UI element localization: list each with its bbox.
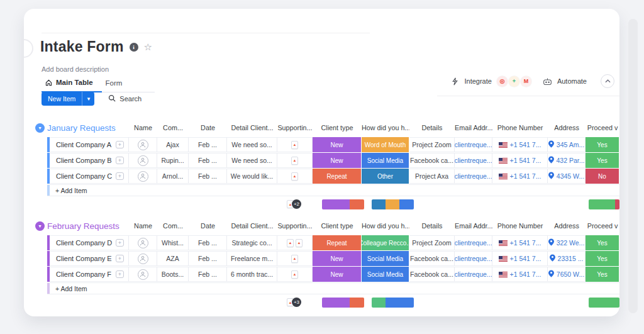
item-name-cell[interactable]: Client Company E + [50, 251, 129, 266]
person-cell[interactable] [129, 153, 157, 168]
proceed-status[interactable]: Yes [586, 267, 619, 282]
column-header-client-type[interactable]: Client type [313, 124, 362, 131]
phone-cell[interactable]: +1 541 7... [492, 267, 548, 282]
add-conversation-icon[interactable]: + [116, 239, 124, 247]
column-header-how[interactable]: How did you h... [362, 222, 409, 230]
column-header-client-type[interactable]: Client type [313, 222, 362, 230]
item-name-cell[interactable]: Client Company D + [50, 235, 129, 250]
company-cell[interactable]: Ajax [157, 137, 189, 152]
column-header-proceed[interactable]: Proceed v [586, 222, 619, 230]
column-header-name[interactable]: Name [129, 222, 157, 230]
address-cell[interactable]: 432 Par... [548, 153, 586, 168]
column-header-phone[interactable]: Phone Number [492, 222, 548, 230]
company-cell[interactable]: Rupin... [157, 153, 189, 168]
details-cell[interactable]: Project Axa [409, 169, 455, 184]
how-heard-status[interactable]: Other [362, 169, 409, 184]
files-cell[interactable] [277, 267, 313, 282]
file-icon[interactable] [291, 255, 298, 263]
phone-cell[interactable]: +1 541 7... [492, 235, 548, 250]
page-scrollbar[interactable] [628, 19, 638, 313]
company-cell[interactable]: Boots... [157, 267, 189, 282]
detail-cell[interactable]: 6 month trac... [227, 267, 277, 282]
column-header-date[interactable]: Date [189, 222, 227, 230]
column-header-details[interactable]: Details [409, 124, 455, 131]
add-conversation-icon[interactable]: + [116, 141, 124, 148]
details-cell[interactable]: Project Zoom [409, 235, 455, 250]
column-header-how[interactable]: How did you h... [362, 124, 409, 131]
phone-cell[interactable]: +1 541 7... [492, 153, 548, 168]
group-title[interactable]: February Requests [47, 221, 119, 231]
item-name-cell[interactable]: Client Company A + [50, 137, 129, 152]
add-conversation-icon[interactable]: + [116, 270, 124, 278]
proceed-status[interactable]: Yes [586, 251, 619, 266]
group-title[interactable]: January Requests [47, 123, 116, 133]
files-cell[interactable] [277, 137, 313, 152]
details-cell[interactable]: Facebook ca... [409, 153, 455, 168]
email-cell[interactable]: clientreque... [455, 153, 492, 168]
file-icon[interactable] [291, 157, 298, 165]
date-cell[interactable]: Feb ... [189, 267, 227, 282]
integrate-button[interactable]: Integrate [464, 77, 491, 85]
how-heard-status[interactable]: Social Media [362, 153, 409, 168]
item-name-cell[interactable]: Client Company B + [50, 153, 129, 168]
client-type-status[interactable]: Repeat [313, 235, 362, 250]
star-icon[interactable]: ☆ [144, 42, 152, 52]
proceed-status[interactable]: No [586, 169, 619, 184]
file-icon[interactable] [291, 141, 298, 149]
details-cell[interactable]: Facebook ca... [409, 267, 455, 282]
date-cell[interactable]: Feb ... [189, 137, 227, 152]
how-heard-status[interactable]: Colleague Recco... [362, 235, 409, 250]
phone-cell[interactable]: +1 541 7... [492, 169, 548, 184]
date-cell[interactable]: Feb ... [189, 153, 227, 168]
client-type-status[interactable]: New [313, 267, 362, 282]
add-conversation-icon[interactable]: + [116, 157, 124, 164]
person-cell[interactable] [129, 137, 157, 152]
info-icon[interactable]: i [130, 43, 138, 52]
column-header-phone[interactable]: Phone Number [492, 124, 548, 131]
column-header-detail[interactable]: Detail Client... [227, 222, 277, 230]
column-header-date[interactable]: Date [189, 124, 227, 131]
phone-cell[interactable]: +1 541 7... [492, 137, 548, 152]
group-collapse-icon[interactable]: ▼ [35, 123, 45, 133]
file-icon[interactable] [291, 270, 298, 279]
company-cell[interactable]: Arnol... [157, 169, 189, 184]
client-type-status[interactable]: New [313, 251, 362, 266]
file-icon[interactable] [291, 172, 298, 181]
column-header-detail[interactable]: Detail Client... [227, 124, 277, 131]
how-heard-status[interactable]: Social Media [362, 251, 409, 266]
date-cell[interactable]: Feb ... [189, 169, 227, 184]
files-cell[interactable] [277, 153, 313, 168]
detail-cell[interactable]: Freelance m... [227, 251, 277, 266]
proceed-status[interactable]: Yes [586, 137, 619, 152]
proceed-status[interactable]: Yes [586, 235, 619, 250]
add-item-row[interactable]: + Add Item [47, 184, 619, 196]
item-name-cell[interactable]: Client Company C + [50, 169, 129, 184]
company-cell[interactable]: Whist... [157, 235, 189, 250]
column-header-name[interactable]: Name [129, 124, 157, 131]
person-cell[interactable] [129, 169, 157, 184]
client-type-status[interactable]: New [313, 137, 362, 152]
tab-main-table[interactable]: Main Table [42, 75, 102, 92]
column-header-supporting[interactable]: Supportin... [277, 222, 313, 230]
phone-cell[interactable]: +1 541 7... [492, 251, 548, 266]
board-description[interactable]: Add board description [42, 65, 109, 73]
person-cell[interactable] [129, 251, 157, 266]
address-cell[interactable]: 7650 W... [548, 267, 586, 282]
gmail-icon[interactable]: M [521, 76, 531, 87]
automate-button[interactable]: Automate [557, 77, 587, 85]
details-cell[interactable]: Facebook ca... [409, 251, 455, 266]
column-header-supporting[interactable]: Supportin... [277, 124, 313, 131]
files-cell[interactable] [277, 251, 313, 266]
detail-cell[interactable]: We need so... [227, 153, 277, 168]
files-cell[interactable] [277, 169, 313, 184]
email-cell[interactable]: clientreque... [455, 169, 492, 184]
how-heard-status[interactable]: Social Media [362, 267, 409, 282]
address-cell[interactable]: 23315 ... [548, 251, 586, 266]
chevron-down-icon[interactable]: ▼ [82, 92, 94, 106]
file-icon[interactable] [296, 239, 303, 247]
search-button[interactable]: Search [108, 94, 142, 103]
person-cell[interactable] [129, 267, 157, 282]
address-cell[interactable]: 322 We... [548, 235, 586, 250]
item-name-cell[interactable]: Client Company F + [50, 267, 129, 282]
company-cell[interactable]: AZA [157, 251, 189, 266]
